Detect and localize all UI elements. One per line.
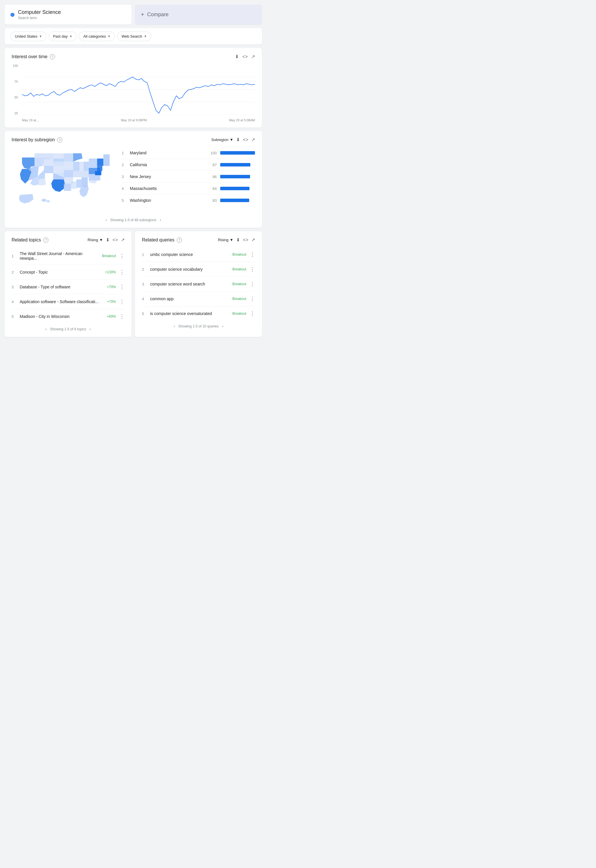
svg-rect-41	[95, 171, 101, 175]
topic-rank: 2	[12, 270, 16, 275]
subregion-help-icon[interactable]: ?	[57, 137, 62, 142]
subregion-embed-icon[interactable]: <>	[243, 137, 248, 142]
query-more-icon[interactable]: ⋮	[250, 251, 255, 258]
related-queries-help-icon[interactable]: ?	[177, 238, 182, 243]
y-label-25: 25	[15, 111, 18, 115]
query-more-icon[interactable]: ⋮	[250, 310, 255, 317]
related-query-item: 3 computer science word search Breakout …	[142, 277, 255, 292]
embed-icon[interactable]: <>	[242, 54, 248, 59]
subregion-row: 5 Washington 83	[122, 195, 255, 206]
queries-prev-icon[interactable]: ‹	[173, 324, 175, 328]
related-topic-item: 5 Madison - City in Wisconsin +60% ⋮	[12, 309, 124, 324]
query-name: common app	[150, 297, 229, 301]
related-topics-actions: Rising ▼ ⬇ <> ↗	[87, 237, 124, 243]
subregion-score: 83	[208, 198, 217, 203]
svg-marker-43	[19, 194, 33, 203]
subregion-bar	[220, 151, 255, 155]
region-arrow-icon: ▼	[39, 35, 42, 38]
share-icon[interactable]: ↗	[251, 54, 255, 59]
queries-share-icon[interactable]: ↗	[251, 237, 255, 243]
interest-actions: ⬇ <> ↗	[235, 54, 255, 59]
query-badge: Breakout	[232, 252, 246, 257]
svg-rect-21	[64, 170, 73, 177]
pagination-next-icon[interactable]: ›	[160, 218, 161, 222]
subregion-bar-wrap	[220, 163, 255, 167]
time-filter[interactable]: Past day ▼	[49, 31, 77, 41]
query-more-icon[interactable]: ⋮	[250, 295, 255, 302]
topics-download-icon[interactable]: ⬇	[106, 237, 109, 243]
related-topics-title-group: Related topics ?	[12, 238, 48, 243]
compare-card[interactable]: + Compare	[135, 4, 262, 25]
category-arrow-icon: ▼	[108, 35, 111, 38]
queries-rising-btn[interactable]: Rising ▼	[218, 238, 233, 242]
subregion-name: New Jersey	[130, 174, 204, 179]
x-label-mid: May 19 at 9:08PM	[121, 118, 146, 122]
related-query-item: 5 is computer science oversaturated Brea…	[142, 306, 255, 321]
download-icon[interactable]: ⬇	[235, 54, 239, 59]
queries-download-icon[interactable]: ⬇	[236, 237, 240, 243]
plus-icon: +	[141, 11, 144, 18]
svg-rect-19	[64, 154, 73, 162]
topic-more-icon[interactable]: ⋮	[119, 284, 124, 290]
topic-more-icon[interactable]: ⋮	[119, 313, 124, 320]
topics-prev-icon[interactable]: ‹	[46, 327, 47, 331]
subregion-row: 3 New Jersey 86	[122, 171, 255, 183]
svg-rect-25	[79, 162, 83, 171]
topic-more-icon[interactable]: ⋮	[119, 269, 124, 275]
subregion-score: 84	[208, 186, 217, 191]
x-label-end: May 20 at 5:08AM	[229, 118, 255, 122]
category-filter[interactable]: All categories ▼	[79, 31, 115, 41]
topics-rising-btn[interactable]: Rising ▼	[87, 238, 103, 242]
pagination-prev-icon[interactable]: ‹	[106, 218, 107, 222]
related-queries-title-group: Related queries ?	[142, 238, 182, 243]
query-more-icon[interactable]: ⋮	[250, 281, 255, 287]
region-label: United States	[15, 34, 37, 38]
interest-help-icon[interactable]: ?	[50, 54, 55, 59]
topics-next-icon[interactable]: ›	[90, 327, 91, 331]
subregion-name: California	[130, 162, 204, 167]
query-name: umbc computer science	[150, 252, 229, 257]
query-more-icon[interactable]: ⋮	[250, 266, 255, 272]
query-name: is computer science oversaturated	[150, 311, 229, 316]
queries-embed-icon[interactable]: <>	[243, 238, 248, 243]
svg-rect-39	[97, 166, 102, 171]
svg-marker-14	[39, 179, 46, 186]
subregion-score: 100	[208, 151, 217, 155]
related-queries-title: Related queries	[142, 238, 175, 243]
svg-point-45	[46, 200, 50, 202]
y-label-75: 75	[15, 80, 18, 83]
search-type-filter[interactable]: Web Search ▼	[117, 31, 151, 41]
topic-more-icon[interactable]: ⋮	[119, 298, 124, 305]
search-term-card: Computer Science Search term	[4, 4, 132, 25]
subregion-dropdown-btn[interactable]: Subregion ▼	[211, 137, 233, 142]
subregion-content: 1 Maryland 100 2 California 87 3 New Jer…	[12, 147, 255, 214]
related-topics-list: 1 The Wall Street Journal - American new…	[12, 247, 124, 324]
y-label-50: 50	[15, 96, 18, 99]
svg-marker-27	[51, 180, 65, 192]
subregion-title: Interest by subregion	[12, 137, 55, 142]
topic-more-icon[interactable]: ⋮	[119, 253, 124, 259]
search-term-dot	[10, 13, 15, 17]
related-query-item: 4 common app Breakout ⋮	[142, 292, 255, 306]
svg-rect-32	[81, 177, 88, 186]
queries-rising-label: Rising	[218, 238, 228, 242]
compare-label: Compare	[147, 12, 169, 18]
filters-bar: United States ▼ Past day ▼ All categorie…	[4, 28, 262, 44]
query-badge: Breakout	[232, 267, 246, 271]
topics-share-icon[interactable]: ↗	[121, 237, 124, 243]
svg-rect-38	[97, 159, 104, 166]
search-term-text: Computer Science Search term	[18, 9, 61, 20]
topics-embed-icon[interactable]: <>	[112, 238, 118, 243]
topics-rising-label: Rising	[87, 238, 98, 242]
region-filter[interactable]: United States ▼	[10, 31, 46, 41]
queries-next-icon[interactable]: ›	[222, 324, 223, 328]
us-map-svg	[12, 147, 116, 214]
related-queries-header: Related queries ? Rising ▼ ⬇ <> ↗	[142, 237, 255, 243]
related-topics-help-icon[interactable]: ?	[43, 238, 48, 243]
topic-name: Concept - Topic	[20, 270, 101, 275]
us-map	[12, 147, 116, 214]
subregion-share-icon[interactable]: ↗	[251, 137, 255, 142]
subregion-download-icon[interactable]: ⬇	[236, 137, 240, 142]
related-topic-item: 1 The Wall Street Journal - American new…	[12, 247, 124, 265]
svg-marker-11	[44, 166, 53, 173]
